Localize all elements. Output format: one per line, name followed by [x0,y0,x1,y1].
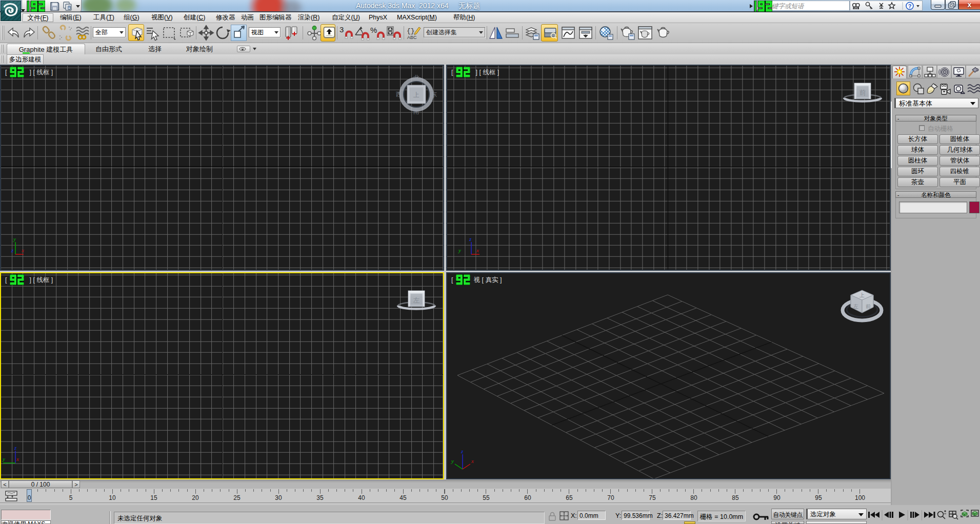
svg-text:西: 西 [396,91,402,98]
svg-text:南: 南 [413,108,419,115]
svg-text:左: 左 [413,296,420,304]
svg-text:y: y [451,458,454,464]
svg-text:z: z [469,236,472,242]
svg-text:{}: {} [407,27,415,35]
svg-text:y: y [458,247,461,253]
svg-text:x: x [476,247,479,253]
svg-text:%: % [370,26,377,34]
svg-text:y: y [13,236,16,242]
svg-text:前: 前 [859,89,866,96]
svg-text:z: z [461,448,464,454]
svg-text:东: 东 [431,91,437,98]
svg-text:z: z [14,445,17,451]
svg-text:左: 左 [853,304,858,309]
svg-text:x: x [16,456,19,462]
svg-text:x: x [21,247,24,253]
svg-text:y: y [2,456,5,462]
svg-text:上: 上 [859,292,865,298]
svg-text:?: ? [908,3,912,9]
svg-text:ABC: ABC [407,35,417,40]
svg-text:z: z [11,247,14,253]
svg-text:3: 3 [339,25,344,34]
svg-text:前: 前 [866,304,871,309]
svg-text:北: 北 [413,74,419,82]
svg-text:x: x [471,458,474,464]
svg-text:上: 上 [413,91,419,98]
